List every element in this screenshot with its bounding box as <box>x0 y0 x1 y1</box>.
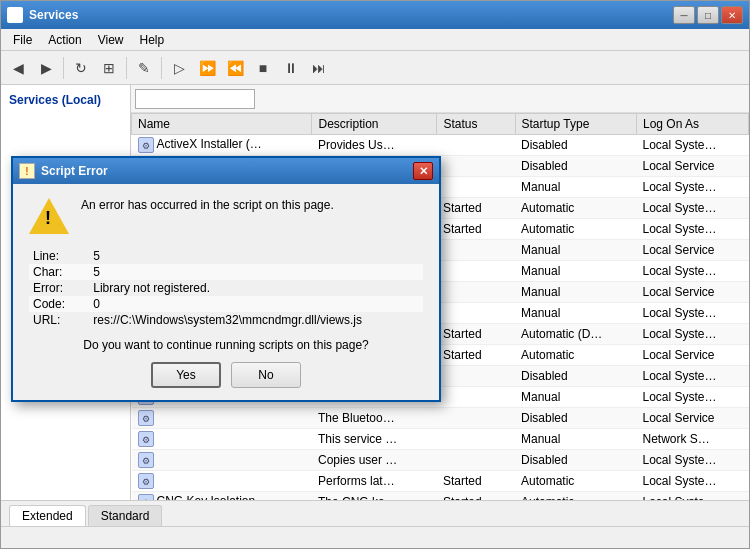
service-status <box>437 240 515 261</box>
service-logon: Local Syste… <box>636 177 748 198</box>
service-startup: Automatic <box>515 492 636 501</box>
service-startup: Manual <box>515 429 636 450</box>
service-status: Started <box>437 219 515 240</box>
detail-code: Code: 0 <box>29 296 423 312</box>
service-logon: Local Syste… <box>636 492 748 501</box>
service-startup: Disabled <box>515 450 636 471</box>
back-button[interactable]: ◀ <box>5 55 31 81</box>
service-startup: Disabled <box>515 156 636 177</box>
left-panel-title: Services (Local) <box>5 89 126 111</box>
end-button[interactable]: ⏭ <box>306 55 332 81</box>
service-status <box>437 156 515 177</box>
restore-button[interactable]: □ <box>697 6 719 24</box>
service-icon: ⚙ <box>138 473 154 489</box>
play-button[interactable]: ▷ <box>166 55 192 81</box>
search-input[interactable] <box>135 89 255 109</box>
toolbar-sep-1 <box>63 57 64 79</box>
service-startup: Manual <box>515 282 636 303</box>
tab-standard[interactable]: Standard <box>88 505 163 526</box>
table-row[interactable]: ⚙Copies user …DisabledLocal Syste… <box>132 450 749 471</box>
service-startup: Manual <box>515 240 636 261</box>
char-value: 5 <box>89 264 423 280</box>
col-header-status[interactable]: Status <box>437 114 515 135</box>
table-row[interactable]: ⚙Performs lat…StartedAutomaticLocal Syst… <box>132 471 749 492</box>
service-startup: Automatic <box>515 345 636 366</box>
service-logon: Network S… <box>636 429 748 450</box>
service-status <box>437 261 515 282</box>
service-startup: Disabled <box>515 408 636 429</box>
service-desc: Performs lat… <box>312 471 437 492</box>
yes-button[interactable]: Yes <box>151 362 221 388</box>
stop-button[interactable]: ■ <box>250 55 276 81</box>
table-row[interactable]: ⚙This service …ManualNetwork S… <box>132 429 749 450</box>
warning-exclaim: ! <box>45 208 51 229</box>
detail-char: Char: 5 <box>29 264 423 280</box>
char-label: Char: <box>29 264 89 280</box>
detail-error: Error: Library not registered. <box>29 280 423 296</box>
dialog-title-bar: ! Script Error ✕ <box>13 158 439 184</box>
table-row[interactable]: ⚙The Bluetoo…DisabledLocal Service <box>132 408 749 429</box>
service-status <box>437 408 515 429</box>
dialog-message: An error has occurred in the script on t… <box>81 196 334 212</box>
error-details-table: Line: 5 Char: 5 Error: Library not regis… <box>29 248 423 328</box>
service-logon: Local Syste… <box>636 261 748 282</box>
service-startup: Automatic (D… <box>515 324 636 345</box>
detail-url: URL: res://C:\Windows\system32\mmcndmgr.… <box>29 312 423 328</box>
service-status <box>437 177 515 198</box>
url-value: res://C:\Windows\system32\mmcndmgr.dll/v… <box>89 312 423 328</box>
prev-button[interactable]: ⏪ <box>222 55 248 81</box>
title-bar-left: ⚙ Services <box>7 7 78 23</box>
service-startup: Disabled <box>515 366 636 387</box>
service-startup: Manual <box>515 387 636 408</box>
properties-button[interactable]: ⊞ <box>96 55 122 81</box>
code-label: Code: <box>29 296 89 312</box>
app-icon: ⚙ <box>7 7 23 23</box>
tab-extended[interactable]: Extended <box>9 505 86 527</box>
pause-button[interactable]: ⏸ <box>278 55 304 81</box>
no-button[interactable]: No <box>231 362 301 388</box>
service-startup: Disabled <box>515 135 636 156</box>
toolbar: ◀ ▶ ↻ ⊞ ✎ ▷ ⏩ ⏪ ■ ⏸ ⏭ <box>1 51 749 85</box>
menu-file[interactable]: File <box>5 31 40 49</box>
edit-button[interactable]: ✎ <box>131 55 157 81</box>
minimize-button[interactable]: ─ <box>673 6 695 24</box>
service-logon: Local Syste… <box>636 471 748 492</box>
service-logon: Local Syste… <box>636 219 748 240</box>
search-bar <box>131 85 749 113</box>
next-button[interactable]: ⏩ <box>194 55 220 81</box>
col-header-logon[interactable]: Log On As <box>636 114 748 135</box>
service-status: Started <box>437 471 515 492</box>
service-logon: Local Syste… <box>636 387 748 408</box>
service-status: Started <box>437 492 515 501</box>
table-row[interactable]: ⚙ActiveX Installer (…Provides Us…Disable… <box>132 135 749 156</box>
col-header-desc[interactable]: Description <box>312 114 437 135</box>
menu-view[interactable]: View <box>90 31 132 49</box>
menu-help[interactable]: Help <box>132 31 173 49</box>
service-icon: ⚙ <box>138 452 154 468</box>
service-logon: Local Syste… <box>636 366 748 387</box>
service-status <box>437 450 515 471</box>
dialog-title-left: ! Script Error <box>19 163 108 179</box>
service-startup: Automatic <box>515 198 636 219</box>
close-button[interactable]: ✕ <box>721 6 743 24</box>
dialog-close-button[interactable]: ✕ <box>413 162 433 180</box>
dialog-icon: ! <box>19 163 35 179</box>
service-logon: Local Service <box>636 408 748 429</box>
forward-button[interactable]: ▶ <box>33 55 59 81</box>
col-header-name[interactable]: Name <box>132 114 312 135</box>
dialog-question: Do you want to continue running scripts … <box>29 338 423 352</box>
service-desc: This service … <box>312 429 437 450</box>
service-icon: ⚙ <box>138 431 154 447</box>
service-status <box>437 429 515 450</box>
service-status: Started <box>437 345 515 366</box>
service-name: ⚙ <box>132 471 312 492</box>
col-header-startup[interactable]: Startup Type <box>515 114 636 135</box>
code-value: 0 <box>89 296 423 312</box>
table-row[interactable]: ⚙CNG Key IsolationThe CNG ke…StartedAuto… <box>132 492 749 501</box>
refresh-button[interactable]: ↻ <box>68 55 94 81</box>
service-icon: ⚙ <box>138 137 154 153</box>
menu-action[interactable]: Action <box>40 31 89 49</box>
service-logon: Local Syste… <box>636 135 748 156</box>
dialog-header-row: ! An error has occurred in the script on… <box>29 196 423 236</box>
title-buttons: ─ □ ✕ <box>673 6 743 24</box>
